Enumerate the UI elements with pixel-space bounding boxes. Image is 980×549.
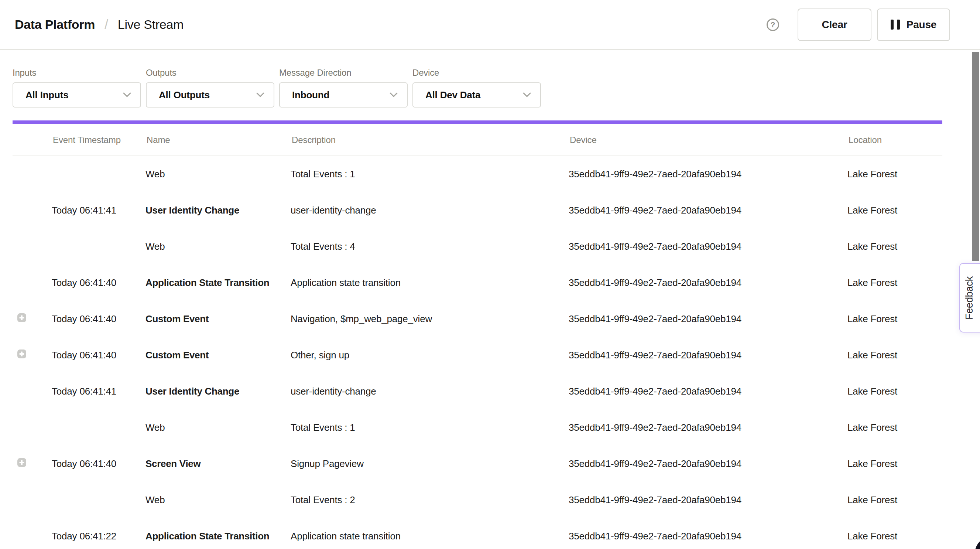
event-description-cell: Total Events : 2 — [291, 494, 569, 506]
event-name-cell: User Identity Change — [145, 386, 291, 397]
event-device-cell: 35eddb41-9ff9-49e2-7aed-20afa90eb194 — [569, 313, 848, 325]
event-location-cell: Lake Forest — [848, 168, 942, 180]
event-name-cell: Web — [145, 241, 291, 252]
event-name-cell: Custom Event — [145, 313, 291, 325]
inputs-select[interactable]: All Inputs — [13, 82, 141, 107]
event-location-cell: Lake Forest — [848, 530, 942, 542]
filter-label-outputs: Outputs — [146, 68, 274, 78]
page-header: Data Platform / Live Stream ? Clear Paus… — [0, 0, 980, 50]
expander-cell — [13, 168, 52, 180]
event-location-cell: Lake Forest — [848, 313, 942, 325]
column-header-location: Location — [848, 135, 942, 145]
event-name-cell: Application State Transition — [145, 277, 291, 289]
message-direction-select-value: Inbound — [292, 89, 329, 101]
table-header-row: Event Timestamp Name Description Device … — [13, 124, 942, 156]
breadcrumb-data-platform[interactable]: Data Platform — [15, 18, 95, 32]
feedback-tab-label: Feedback — [964, 276, 975, 319]
table-row: Today 06:41:22 Application State Transit… — [13, 518, 942, 549]
table-body: Web Total Events : 1 35eddb41-9ff9-49e2-… — [13, 156, 942, 549]
column-header-name: Name — [145, 135, 291, 145]
event-timestamp-cell: Today 06:41:41 — [52, 386, 145, 397]
table-row: Today 06:41:40 Screen View Signup Pagevi… — [13, 445, 942, 482]
event-description-cell: user-identity-change — [291, 205, 569, 216]
filter-group-outputs: Outputs All Outputs — [146, 68, 274, 107]
expand-row-button[interactable] — [18, 458, 26, 467]
event-location-cell: Lake Forest — [848, 386, 942, 397]
event-name-cell: Application State Transition — [145, 530, 291, 542]
event-description-cell: user-identity-change — [291, 386, 569, 397]
scrollbar-thumb[interactable] — [972, 52, 979, 261]
event-location-cell: Lake Forest — [848, 350, 942, 361]
expander-cell — [13, 494, 52, 506]
column-header-device: Device — [569, 135, 848, 145]
pause-button[interactable]: Pause — [877, 8, 950, 41]
filter-group-inputs: Inputs All Inputs — [13, 68, 141, 107]
help-icon[interactable]: ? — [767, 19, 779, 31]
event-location-cell: Lake Forest — [848, 277, 942, 289]
accent-bar — [13, 120, 942, 124]
feedback-tab[interactable]: Feedback — [959, 263, 980, 332]
inputs-select-value: All Inputs — [25, 89, 68, 101]
table-row: Today 06:41:40 Application State Transit… — [13, 265, 942, 301]
event-timestamp-cell: Today 06:41:40 — [52, 350, 145, 361]
event-location-cell: Lake Forest — [848, 205, 942, 216]
table-row: Web Total Events : 2 35eddb41-9ff9-49e2-… — [13, 482, 942, 518]
table-row: Today 06:41:40 Custom Event Other, sign … — [13, 337, 942, 373]
outputs-select-value: All Outputs — [159, 89, 210, 101]
message-direction-select[interactable]: Inbound — [279, 82, 408, 107]
pause-icon — [891, 19, 900, 30]
event-name-cell: Screen View — [145, 458, 291, 469]
filter-label-inputs: Inputs — [13, 68, 141, 78]
breadcrumb-live-stream: Live Stream — [118, 18, 183, 32]
event-name-cell: Web — [145, 422, 291, 433]
expand-row-button[interactable] — [18, 313, 26, 322]
expander-cell — [13, 458, 52, 469]
event-device-cell: 35eddb41-9ff9-49e2-7aed-20afa90eb194 — [569, 530, 848, 542]
event-device-cell: 35eddb41-9ff9-49e2-7aed-20afa90eb194 — [569, 350, 848, 361]
chat-launcher-icon[interactable] — [975, 536, 980, 549]
event-timestamp-cell: Today 06:41:40 — [52, 458, 145, 469]
device-select[interactable]: All Dev Data — [412, 82, 541, 107]
event-device-cell: 35eddb41-9ff9-49e2-7aed-20afa90eb194 — [569, 386, 848, 397]
table-row: Today 06:41:40 Custom Event Navigation, … — [13, 301, 942, 337]
event-name-cell: User Identity Change — [145, 205, 291, 216]
live-stream-page: Data Platform / Live Stream ? Clear Paus… — [0, 0, 980, 549]
table-row: Web Total Events : 1 35eddb41-9ff9-49e2-… — [13, 156, 942, 192]
outputs-select[interactable]: All Outputs — [146, 82, 274, 107]
event-timestamp-cell: Today 06:41:41 — [52, 205, 145, 216]
chevron-down-icon — [522, 92, 531, 98]
event-description-cell: Signup Pageview — [291, 458, 569, 469]
filter-label-device: Device — [412, 68, 541, 78]
column-header-description: Description — [291, 135, 569, 145]
event-device-cell: 35eddb41-9ff9-49e2-7aed-20afa90eb194 — [569, 277, 848, 289]
breadcrumb-separator-icon: / — [105, 17, 108, 32]
expander-cell — [13, 241, 52, 252]
clear-button[interactable]: Clear — [798, 8, 872, 41]
table-row: Today 06:41:41 User Identity Change user… — [13, 192, 942, 228]
event-device-cell: 35eddb41-9ff9-49e2-7aed-20afa90eb194 — [569, 494, 848, 506]
event-timestamp-cell: Today 06:41:22 — [52, 530, 145, 542]
event-description-cell: Other, sign up — [291, 350, 569, 361]
event-description-cell: Application state transition — [291, 530, 569, 542]
event-timestamp-cell: Today 06:41:40 — [52, 313, 145, 325]
event-description-cell: Navigation, $mp_web_page_view — [291, 313, 569, 325]
expander-cell — [13, 386, 52, 397]
event-name-cell: Custom Event — [145, 350, 291, 361]
column-header-event-timestamp: Event Timestamp — [52, 135, 145, 145]
event-description-cell: Total Events : 4 — [291, 241, 569, 252]
table-row: Web Total Events : 1 35eddb41-9ff9-49e2-… — [13, 409, 942, 445]
filter-group-message-direction: Message Direction Inbound — [279, 68, 408, 107]
event-name-cell: Web — [145, 494, 291, 506]
device-select-value: All Dev Data — [425, 89, 480, 101]
expander-cell — [13, 350, 52, 361]
filter-group-device: Device All Dev Data — [412, 68, 541, 107]
event-description-cell: Total Events : 1 — [291, 168, 569, 180]
event-timestamp-cell: Today 06:41:40 — [52, 277, 145, 289]
pause-button-label: Pause — [907, 19, 937, 31]
event-device-cell: 35eddb41-9ff9-49e2-7aed-20afa90eb194 — [569, 168, 848, 180]
event-device-cell: 35eddb41-9ff9-49e2-7aed-20afa90eb194 — [569, 241, 848, 252]
expand-row-button[interactable] — [18, 350, 26, 358]
expander-cell — [13, 530, 52, 542]
expander-cell — [13, 277, 52, 289]
event-description-cell: Total Events : 1 — [291, 422, 569, 433]
